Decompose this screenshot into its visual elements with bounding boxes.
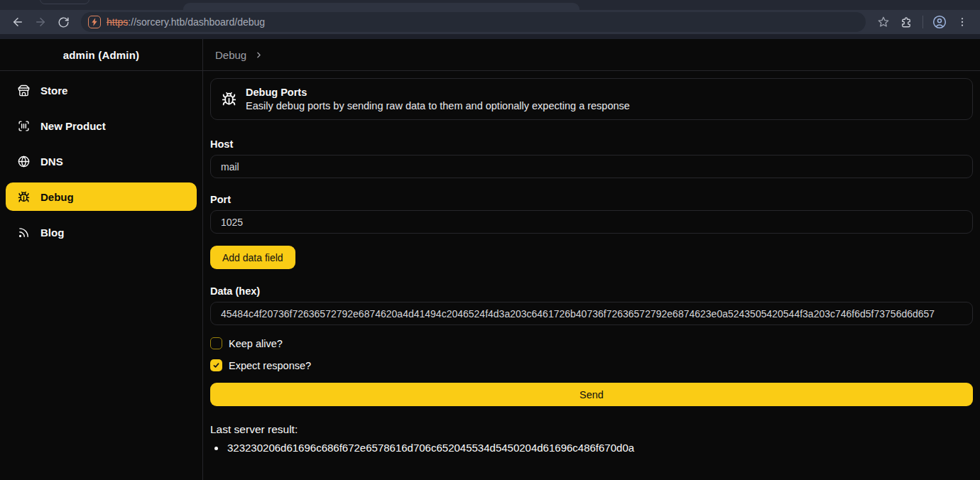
sidebar-item-blog[interactable]: Blog	[6, 218, 197, 246]
insecure-bolt-icon[interactable]	[88, 16, 101, 28]
breadcrumb: Debug	[203, 39, 980, 71]
content-area: Debug Debug Ports Easily debug ports by …	[203, 39, 980, 480]
bug-icon	[18, 191, 30, 203]
result-list: 323230206d61696c686f672e6578616d706c6520…	[210, 442, 973, 454]
breadcrumb-label[interactable]: Debug	[215, 49, 246, 61]
forward-button[interactable]	[30, 11, 51, 33]
sidebar-item-label: DNS	[40, 156, 63, 168]
reload-icon	[58, 16, 70, 28]
sidebar-user: admin (Admin)	[0, 39, 202, 71]
url-scheme: https	[107, 16, 128, 28]
profile-button[interactable]	[929, 11, 950, 33]
store-icon	[18, 84, 30, 97]
port-input[interactable]	[210, 210, 973, 234]
scan-barcode-icon	[18, 120, 30, 132]
result-item: 323230206d61696c686f672e6578616d706c6520…	[226, 442, 973, 454]
keep-alive-row: Keep alive?	[210, 337, 973, 349]
info-card-description: Easily debug ports by sending raw data t…	[246, 100, 630, 111]
url-rest: ://sorcery.htb/dashboard/debug	[128, 16, 265, 28]
expect-response-label: Expect response?	[229, 360, 311, 371]
sidebar-item-debug[interactable]: Debug	[6, 182, 197, 211]
sidebar-item-label: Blog	[40, 227, 64, 239]
sidebar-nav: Store New Product DNS Debug Blog	[0, 71, 202, 251]
profile-icon	[932, 15, 947, 29]
chrome-bottom-edge	[0, 34, 980, 39]
bookmark-button[interactable]	[873, 11, 894, 33]
sidebar-item-new-product[interactable]: New Product	[6, 111, 197, 140]
sidebar-item-label: New Product	[40, 120, 106, 132]
sidebar: admin (Admin) Store New Product DNS Debu…	[0, 39, 203, 480]
url-text: https://sorcery.htb/dashboard/debug	[107, 16, 265, 28]
bug-icon	[222, 92, 236, 107]
info-card-text: Debug Ports Easily debug ports by sendin…	[246, 87, 630, 111]
rss-icon	[18, 227, 30, 239]
reload-button[interactable]	[53, 11, 74, 33]
data-hex-label: Data (hex)	[210, 285, 973, 297]
extensions-button[interactable]	[895, 11, 917, 33]
debug-form: Debug Ports Easily debug ports by sendin…	[203, 71, 980, 454]
sidebar-item-dns[interactable]: DNS	[6, 147, 197, 175]
expect-response-row: Expect response?	[210, 359, 973, 371]
browser-active-tab[interactable]	[183, 3, 579, 10]
back-button[interactable]	[7, 11, 28, 33]
port-label: Port	[210, 194, 973, 205]
kebab-menu-icon	[957, 16, 968, 28]
expect-response-checkbox[interactable]	[210, 359, 222, 371]
checkmark-icon	[212, 361, 220, 369]
browser-toolbar: https://sorcery.htb/dashboard/debug	[0, 10, 980, 34]
browser-tab-strip	[0, 0, 980, 10]
info-card: Debug Ports Easily debug ports by sendin…	[210, 78, 973, 120]
star-icon	[877, 16, 890, 28]
globe-icon	[18, 156, 30, 168]
chevron-right-icon	[254, 50, 263, 60]
browser-tab-stub[interactable]	[40, 0, 89, 4]
keep-alive-label: Keep alive?	[229, 338, 283, 349]
url-bar[interactable]: https://sorcery.htb/dashboard/debug	[81, 12, 866, 32]
host-label: Host	[210, 138, 973, 150]
toolbar-separator	[922, 16, 923, 28]
menu-button[interactable]	[952, 11, 973, 33]
host-input[interactable]	[210, 155, 973, 178]
keep-alive-checkbox[interactable]	[210, 337, 222, 349]
sidebar-item-label: Debug	[40, 191, 74, 203]
back-icon	[11, 16, 24, 28]
add-data-field-button[interactable]: Add data field	[210, 246, 295, 269]
info-card-title: Debug Ports	[246, 87, 630, 98]
forward-icon	[34, 16, 47, 28]
dashboard-page: admin (Admin) Store New Product DNS Debu…	[0, 39, 980, 480]
sidebar-item-store[interactable]: Store	[6, 76, 197, 104]
data-hex-input[interactable]	[210, 302, 973, 325]
extensions-icon	[900, 16, 913, 28]
result-label: Last server result:	[210, 423, 973, 436]
send-button[interactable]: Send	[210, 383, 973, 406]
sidebar-item-label: Store	[40, 84, 67, 97]
